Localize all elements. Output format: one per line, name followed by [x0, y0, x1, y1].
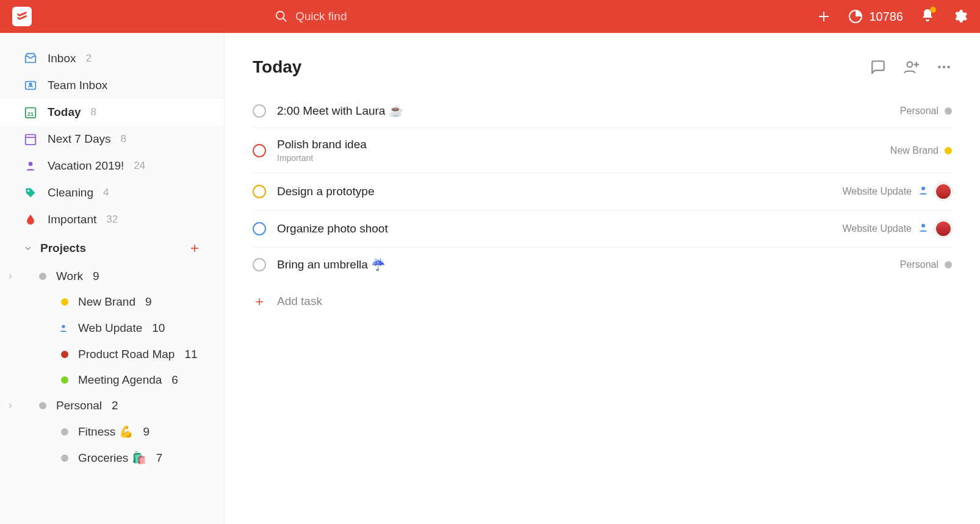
- project-color-dot: [61, 298, 68, 306]
- notifications-button[interactable]: [920, 8, 935, 25]
- project-label: Personal: [56, 399, 102, 412]
- task-row[interactable]: Bring an umbrella ☔Personal: [253, 248, 952, 281]
- svg-point-24: [947, 66, 949, 68]
- task-body: Design a prototype: [277, 185, 831, 198]
- svg-point-14: [29, 162, 33, 166]
- project-label: Meeting Agenda: [78, 373, 162, 387]
- chevron-right-icon[interactable]: [6, 272, 15, 281]
- project-meeting-agenda[interactable]: Meeting Agenda 6: [0, 367, 224, 393]
- sidebar-item-vacation2019[interactable]: Vacation 2019! 24: [0, 153, 224, 179]
- project-work[interactable]: Work 9: [0, 264, 224, 289]
- assignee-avatar[interactable]: [935, 220, 952, 237]
- project-product-road-map[interactable]: Product Road Map 11: [0, 342, 224, 367]
- task-checkbox[interactable]: [253, 104, 266, 118]
- person-icon: [59, 321, 68, 336]
- task-body: Bring an umbrella ☔: [277, 257, 889, 271]
- sidebar-item-count: 24: [134, 160, 145, 172]
- search-input[interactable]: [295, 10, 478, 23]
- project-fitness[interactable]: Fitness 💪 9: [0, 418, 224, 445]
- project-color-dot: [61, 351, 68, 358]
- project-count: 9: [145, 295, 152, 309]
- chevron-right-icon[interactable]: [6, 401, 15, 410]
- task-meta: Personal: [900, 259, 952, 270]
- project-color-dot: [61, 376, 68, 384]
- main-layout: Inbox 2 Team Inbox 21 Today 8 Next 7 Day…: [0, 33, 980, 524]
- project-count: 9: [93, 270, 99, 283]
- chevron-down-icon: [23, 243, 33, 253]
- project-count: 7: [156, 451, 163, 465]
- sidebar-item-inbox[interactable]: Inbox 2: [0, 45, 224, 72]
- svg-point-25: [921, 187, 925, 190]
- svg-point-22: [938, 66, 940, 68]
- project-web-update[interactable]: Web Update 10: [0, 315, 224, 342]
- add-project-icon[interactable]: [189, 242, 201, 254]
- project-color-dot: [61, 428, 68, 436]
- task-meta: Personal: [900, 106, 952, 117]
- sidebar-item-count: 2: [85, 52, 91, 65]
- assignee-icon: [918, 185, 929, 198]
- task-title: Polish brand idea: [277, 138, 879, 151]
- task-row[interactable]: Design a prototypeWebsite Update: [253, 173, 952, 210]
- task-title: 2:00 Meet with Laura ☕: [277, 104, 889, 118]
- project-groceries[interactable]: Groceries 🛍️ 7: [0, 445, 224, 471]
- task-project-label: Personal: [900, 259, 939, 270]
- project-count: 9: [143, 425, 150, 439]
- project-label: Fitness 💪: [78, 425, 134, 439]
- plus-icon: ＋: [253, 292, 266, 310]
- karma-counter[interactable]: 10786: [848, 9, 903, 24]
- project-color-dot: [945, 147, 952, 154]
- team-inbox-icon: [23, 78, 38, 93]
- page-title: Today: [253, 57, 301, 77]
- task-meta: Website Update: [842, 220, 952, 237]
- project-label: New Brand: [78, 295, 135, 309]
- assignee-icon: [918, 222, 929, 235]
- svg-point-26: [921, 224, 925, 228]
- project-new-brand[interactable]: New Brand 9: [0, 289, 224, 315]
- add-task-icon[interactable]: [816, 9, 831, 24]
- task-project-label: New Brand: [890, 145, 939, 156]
- sidebar-item-team-inbox[interactable]: Team Inbox: [0, 72, 224, 99]
- task-meta: New Brand: [890, 145, 952, 156]
- svg-point-19: [907, 62, 913, 67]
- share-icon[interactable]: [903, 59, 919, 75]
- task-checkbox[interactable]: [253, 258, 266, 271]
- more-icon[interactable]: [936, 59, 952, 75]
- main-header: Today: [253, 57, 952, 77]
- sidebar-item-label: Today: [48, 106, 81, 119]
- sidebar-item-today[interactable]: 21 Today 8: [0, 99, 224, 126]
- project-personal[interactable]: Personal 2: [0, 393, 224, 418]
- sidebar-item-count: 4: [103, 187, 109, 199]
- sidebar-item-next7days[interactable]: Next 7 Days 8: [0, 126, 224, 153]
- project-color-dot: [39, 402, 46, 409]
- project-label: Groceries 🛍️: [78, 451, 146, 465]
- sidebar-item-important[interactable]: Important 32: [0, 206, 224, 233]
- task-row[interactable]: Organize photo shootWebsite Update: [253, 210, 952, 248]
- person-filter-icon: [23, 159, 38, 173]
- comments-icon[interactable]: [870, 59, 886, 75]
- sidebar-item-label: Cleaning: [48, 186, 93, 199]
- add-task-button[interactable]: ＋ Add task: [253, 281, 952, 321]
- task-body: 2:00 Meet with Laura ☕: [277, 104, 889, 118]
- project-color-dot: [39, 273, 46, 280]
- add-task-label: Add task: [277, 295, 322, 308]
- karma-icon: [848, 9, 863, 24]
- project-count: 10: [152, 321, 165, 335]
- task-checkbox[interactable]: [253, 222, 266, 235]
- inbox-icon: [23, 51, 38, 66]
- top-bar: 10786: [0, 0, 980, 33]
- task-row[interactable]: 2:00 Meet with Laura ☕Personal: [253, 94, 952, 128]
- app-logo[interactable]: [12, 7, 32, 26]
- quick-find-search[interactable]: [275, 10, 478, 23]
- task-row[interactable]: Polish brand ideaImportantNew Brand: [253, 128, 952, 173]
- task-checkbox[interactable]: [253, 185, 266, 198]
- projects-section-header[interactable]: Projects: [0, 233, 224, 264]
- sidebar-item-label: Next 7 Days: [48, 132, 110, 146]
- settings-icon[interactable]: [952, 9, 968, 24]
- task-project-label: Personal: [900, 106, 939, 117]
- karma-points: 10786: [869, 10, 903, 24]
- sidebar-item-label: Team Inbox: [48, 79, 107, 92]
- task-checkbox[interactable]: [253, 144, 266, 157]
- assignee-avatar[interactable]: [935, 183, 952, 200]
- sidebar-item-cleaning[interactable]: Cleaning 4: [0, 179, 224, 206]
- svg-point-6: [29, 83, 32, 85]
